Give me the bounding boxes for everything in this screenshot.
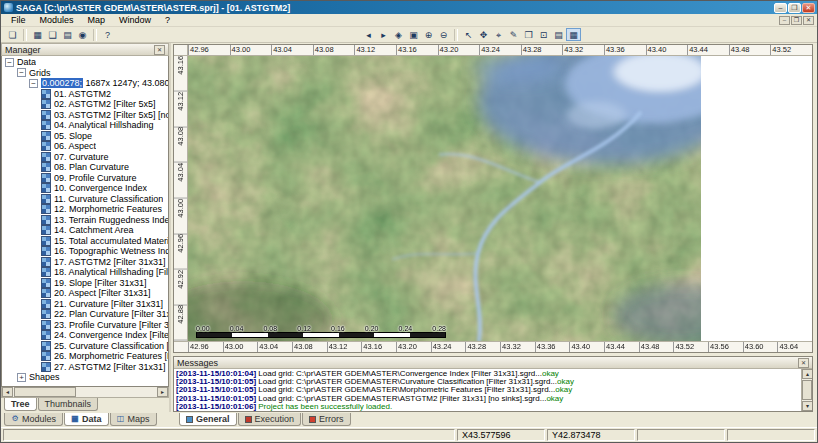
- ruler-label: 43.08: [292, 342, 327, 352]
- zoom-next-icon[interactable]: ▸: [376, 28, 391, 41]
- collapse-icon[interactable]: −: [29, 79, 38, 88]
- collapse-icon[interactable]: −: [17, 68, 26, 77]
- scroll-left-icon[interactable]: ◂: [2, 387, 13, 397]
- tree-node-data[interactable]: − Data: [2, 57, 168, 68]
- menu-item-map[interactable]: Map: [81, 14, 113, 27]
- grid-layer-item[interactable]: 14. Catchment Area: [2, 225, 168, 236]
- scrollbar-thumb[interactable]: [14, 387, 76, 397]
- grid-layer-item[interactable]: 11. Curvature Classification: [2, 194, 168, 205]
- mdi-close-button[interactable]: ✕: [803, 16, 814, 25]
- show-object-icon[interactable]: ◉: [75, 28, 90, 41]
- tree-node-grids[interactable]: − Grids: [2, 68, 168, 79]
- grid-layer-item[interactable]: 24. Convergence Index [Filter 31: [2, 330, 168, 341]
- grid-layer-item[interactable]: 04. Analytical Hillshading: [2, 120, 168, 131]
- menu-item-modules[interactable]: Modules: [33, 14, 81, 27]
- zoom-active-layer-icon[interactable]: ▣: [406, 28, 421, 41]
- zoom-in-icon[interactable]: ⊕: [421, 28, 436, 41]
- messages-close-icon[interactable]: ✕: [798, 358, 809, 368]
- grid-layer-icon: [41, 194, 51, 204]
- grid-layer-item[interactable]: 06. Aspect: [2, 141, 168, 152]
- tab-errors[interactable]: Errors: [302, 413, 351, 426]
- execution-tab-icon: [245, 416, 252, 423]
- menu-item-window[interactable]: Window: [112, 14, 158, 27]
- pointer-tool-icon[interactable]: ↖: [461, 28, 476, 41]
- grid-layer-item[interactable]: 13. Terrain Ruggedness Index (T: [2, 215, 168, 226]
- view-3d-icon[interactable]: ❒: [521, 28, 536, 41]
- tree-node-shapes[interactable]: + Shapes: [2, 372, 168, 383]
- show-properties-icon[interactable]: ❑: [45, 28, 60, 41]
- grid-layer-item[interactable]: 17. ASTGTM2 [Filter 31x31]: [2, 257, 168, 268]
- grid-layer-item[interactable]: 26. Morphometric Features [Filt: [2, 351, 168, 362]
- tab-maps[interactable]: ◫ Maps: [110, 413, 157, 426]
- map-canvas[interactable]: [188, 56, 701, 341]
- map-window: 42.9643.0043.0443.0843.1243.1643.2043.24…: [173, 44, 813, 353]
- map-viewport[interactable]: 0.000.040.080.120.160.200.240.28: [188, 56, 812, 341]
- grid-layer-item[interactable]: 23. Profile Curvature [Filter 31x: [2, 320, 168, 331]
- messages-scrollbar[interactable]: ▴ ▾: [801, 369, 812, 411]
- grid-layer-item[interactable]: 19. Slope [Filter 31x31]: [2, 278, 168, 289]
- tab-execution[interactable]: Execution: [238, 413, 302, 426]
- manager-close-icon[interactable]: ✕: [154, 45, 165, 55]
- maximize-button[interactable]: ❐: [788, 3, 801, 13]
- tab-label: Tree: [11, 399, 30, 410]
- scroll-down-icon[interactable]: ▾: [802, 401, 812, 411]
- graticule-icon[interactable]: ▦: [566, 28, 581, 41]
- tree-node-label: Shapes: [29, 372, 60, 382]
- menu-item-help[interactable]: ?: [158, 14, 177, 27]
- zoom-out-icon[interactable]: ⊖: [436, 28, 451, 41]
- grid-layer-label: 16. Topographic Wetness Index: [54, 246, 168, 256]
- show-data-source-icon[interactable]: ▤: [60, 28, 75, 41]
- grid-layer-item[interactable]: 03. ASTGTM2 [Filter 5x5] [no sir: [2, 110, 168, 121]
- print-map-icon[interactable]: ⊡: [536, 28, 551, 41]
- grid-layer-icon: [41, 131, 51, 141]
- grid-layer-item[interactable]: 05. Slope: [2, 131, 168, 142]
- grid-layer-item[interactable]: 16. Topographic Wetness Index: [2, 246, 168, 257]
- grid-layer-item[interactable]: 07. Curvature: [2, 152, 168, 163]
- tree-node-grid-system[interactable]: − 0.000278; 1687x 1247y; 43.080833x 4: [2, 78, 168, 89]
- zoom-full-extent-icon[interactable]: ◈: [391, 28, 406, 41]
- grid-layer-item[interactable]: 18. Analytical Hillshading [Filter: [2, 267, 168, 278]
- grid-layer-item[interactable]: 09. Profile Curvature: [2, 173, 168, 184]
- show-manager-icon[interactable]: ▦: [30, 28, 45, 41]
- tab-thumbnails[interactable]: Thumbnails: [38, 398, 99, 411]
- open-icon[interactable]: ❏: [5, 28, 20, 41]
- grid-layer-item[interactable]: 10. Convergence Index: [2, 183, 168, 194]
- tree-horizontal-scrollbar[interactable]: ◂ ▸: [1, 387, 169, 398]
- minimize-button[interactable]: –: [774, 3, 787, 13]
- close-button[interactable]: ✕: [802, 3, 815, 13]
- scroll-right-icon[interactable]: ▸: [157, 387, 168, 397]
- help-icon[interactable]: ?: [100, 28, 115, 41]
- mdi-minimize-button[interactable]: –: [779, 16, 790, 25]
- menu-item-file[interactable]: File: [4, 14, 33, 27]
- zoom-tool-icon[interactable]: ⌖: [491, 28, 506, 41]
- expand-icon[interactable]: +: [17, 373, 26, 382]
- grid-layer-item[interactable]: 01. ASTGTM2: [2, 89, 168, 100]
- collapse-icon[interactable]: −: [5, 58, 14, 67]
- grid-layer-item[interactable]: 12. Morphometric Features: [2, 204, 168, 215]
- scalebar-bar: [196, 332, 446, 338]
- mdi-restore-button[interactable]: ❐: [791, 16, 802, 25]
- legend-icon[interactable]: ▤: [551, 28, 566, 41]
- measure-tool-icon[interactable]: ✎: [506, 28, 521, 41]
- grid-layer-item[interactable]: 27. ASTGTM2 [Filter 31x31] [no: [2, 362, 168, 373]
- tab-modules[interactable]: ⚙ Modules: [4, 413, 63, 426]
- grid-layer-item[interactable]: 15. Total accumulated Material: [2, 236, 168, 247]
- grid-layer-item[interactable]: 08. Plan Curvature: [2, 162, 168, 173]
- grid-layer-label: 23. Profile Curvature [Filter 31x: [54, 320, 168, 330]
- map-area: 42.9643.0043.0443.0843.1243.1643.2043.24…: [171, 43, 817, 412]
- scrollbar-thumb[interactable]: [802, 380, 812, 400]
- scroll-up-icon[interactable]: ▴: [802, 369, 812, 379]
- grid-layer-item[interactable]: 22. Plan Curvature [Filter 31x3: [2, 309, 168, 320]
- tab-tree[interactable]: Tree: [4, 398, 37, 411]
- zoom-previous-icon[interactable]: ◂: [361, 28, 376, 41]
- data-tree: − Data − Grids − 0.000278; 1687x 1247y; …: [1, 56, 169, 387]
- status-panel: X43.577596: [457, 429, 545, 441]
- pan-tool-icon[interactable]: ✥: [476, 28, 491, 41]
- grid-layer-item[interactable]: 02. ASTGTM2 [Filter 5x5]: [2, 99, 168, 110]
- tab-general[interactable]: General: [179, 413, 237, 426]
- grid-layer-item[interactable]: 25. Curvature Classification [Filt: [2, 341, 168, 352]
- grid-layer-item[interactable]: 21. Curvature [Filter 31x31]: [2, 299, 168, 310]
- grid-layer-item[interactable]: 20. Aspect [Filter 31x31]: [2, 288, 168, 299]
- tab-data[interactable]: ▦ Data: [64, 413, 109, 426]
- log-text: Project has been successfully loaded.: [256, 402, 392, 411]
